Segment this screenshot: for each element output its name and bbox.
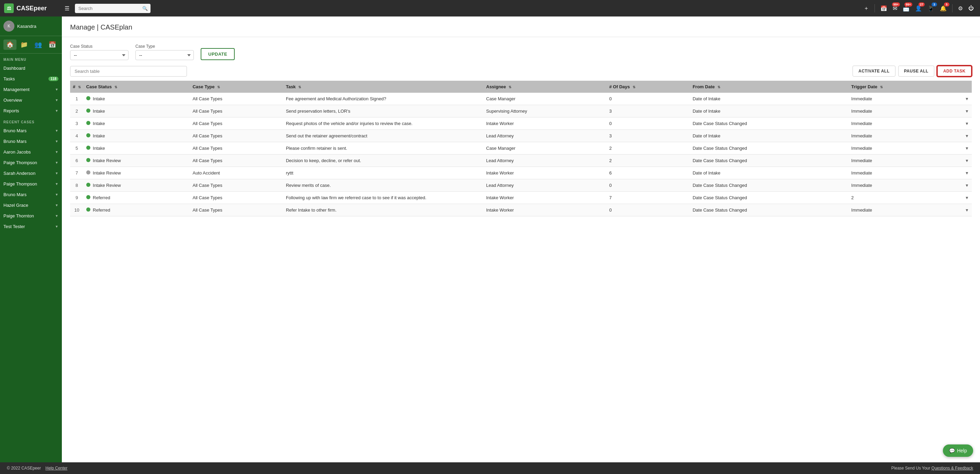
recent-case-label: Aaron Jacobs <box>3 150 31 154</box>
table-row: 4 Intake All Case Types Send out the ret… <box>70 130 972 142</box>
update-button[interactable]: UPDATE <box>200 48 235 60</box>
cell-trigger-date: Immediate <box>848 179 946 192</box>
row-expand-btn[interactable]: ▼ <box>946 105 972 118</box>
recent-case-label: Paige Thompson <box>3 181 37 186</box>
table-row: 5 Intake All Case Types Please confirm r… <box>70 142 972 154</box>
sidebar-item-management[interactable]: Management ▼ <box>0 84 62 95</box>
global-search-input[interactable] <box>75 4 151 13</box>
cell-num: 9 <box>70 192 83 204</box>
sidebar-recent-aaron-jacobs[interactable]: Aaron Jacobs ▼ <box>0 147 62 157</box>
sidebar-home-icon[interactable]: 🏠 <box>3 40 16 50</box>
cell-case-type: All Case Types <box>190 130 283 142</box>
row-expand-btn[interactable]: ▼ <box>946 142 972 154</box>
cell-task: Following up with law firm we referred c… <box>283 192 484 204</box>
sidebar-folder-icon[interactable]: 📁 <box>18 40 30 50</box>
sidebar-item-overview[interactable]: Overview ▼ <box>0 95 62 105</box>
row-expand-btn[interactable]: ▼ <box>946 204 972 216</box>
recent-case-label: Test Tester <box>3 224 25 229</box>
cell-case-status: Referred <box>83 204 190 216</box>
row-expand-btn[interactable]: ▼ <box>946 167 972 179</box>
row-expand-btn[interactable]: ▼ <box>946 130 972 142</box>
cell-num: 3 <box>70 118 83 130</box>
add-task-button[interactable]: ADD TASK <box>937 65 972 76</box>
logout-icon-btn[interactable]: ⏻ <box>966 4 976 13</box>
sidebar-recent-sarah-anderson[interactable]: Sarah Anderson ▼ <box>0 168 62 179</box>
row-expand-btn[interactable]: ▼ <box>946 192 972 204</box>
status-dot <box>86 108 91 113</box>
cell-trigger-date: Immediate <box>848 167 946 179</box>
col-trigger-date[interactable]: Trigger Date ⇅ <box>848 81 946 93</box>
sidebar-people-icon[interactable]: 👥 <box>32 40 45 50</box>
cell-assignee: Lead Attorney <box>484 179 606 192</box>
hamburger-menu[interactable]: ☰ <box>63 4 71 13</box>
status-dot <box>86 183 91 187</box>
cell-days: 6 <box>606 167 690 179</box>
cell-trigger-date: Immediate <box>848 154 946 167</box>
sidebar-recent-paige-thornton[interactable]: Paige Thornton ▼ <box>0 210 62 221</box>
feedback-link[interactable]: Questions & Feedback <box>932 466 973 471</box>
sidebar-recent-paige-thompson-2[interactable]: Paige Thompson ▼ <box>0 179 62 189</box>
col-num[interactable]: # ⇅ <box>70 81 83 93</box>
footer-copyright: © 2022 CASEpeer Help Center <box>7 466 67 471</box>
mail2-icon-btn[interactable]: 📩 99+ <box>900 4 912 13</box>
cell-days: 0 <box>606 118 690 130</box>
recent-case-chevron: ▼ <box>55 214 59 218</box>
settings-icon-btn[interactable]: ⚙ <box>956 4 965 13</box>
page-title: Manage | CASEplan <box>70 23 972 31</box>
sidebar-recent-hazel-grace[interactable]: Hazel Grace ▼ <box>0 200 62 210</box>
notification3-icon-btn[interactable]: 🔔 5 <box>938 4 949 13</box>
help-button[interactable]: 💬 Help <box>943 444 973 457</box>
activate-all-button[interactable]: ACTIVATE ALL <box>853 65 895 76</box>
cell-num: 1 <box>70 93 83 105</box>
row-expand-btn[interactable]: ▼ <box>946 93 972 105</box>
cell-from-date: Date Case Status Changed <box>690 179 849 192</box>
col-task[interactable]: Task ⇅ <box>283 81 484 93</box>
tasks-badge: 118 <box>48 76 59 81</box>
row-expand-btn[interactable]: ▼ <box>946 154 972 167</box>
notification2-icon-btn[interactable]: 📱 3 <box>925 4 936 13</box>
recent-case-chevron: ▼ <box>55 172 59 175</box>
col-days[interactable]: # Of Days ⇅ <box>606 81 690 93</box>
nav-divider-1 <box>875 4 875 13</box>
sidebar-item-dashboard[interactable]: Dashboard <box>0 63 62 73</box>
add-button[interactable]: ＋ <box>861 3 871 13</box>
search-table-input[interactable] <box>70 66 187 76</box>
status-dot <box>86 195 91 199</box>
cell-days: 2 <box>606 142 690 154</box>
cell-num: 6 <box>70 154 83 167</box>
logo-text: CASEpeer <box>16 5 47 12</box>
sidebar-recent-bruno-mars-2[interactable]: Bruno Mars ▼ <box>0 136 62 147</box>
cell-case-status: Intake Review <box>83 154 190 167</box>
table-header-row: # ⇅ Case Status ⇅ Case Type ⇅ Task ⇅ Ass… <box>70 81 972 93</box>
cell-task: Review merits of case. <box>283 179 484 192</box>
cell-case-status: Intake <box>83 118 190 130</box>
notification1-icon-btn[interactable]: 👤 27 <box>913 4 924 13</box>
mail1-icon-btn[interactable]: ✉ 99+ <box>891 4 899 13</box>
col-case-type[interactable]: Case Type ⇅ <box>190 81 283 93</box>
sidebar-item-reports[interactable]: Reports ▼ <box>0 105 62 116</box>
cell-num: 10 <box>70 204 83 216</box>
case-status-select[interactable]: -- <box>70 50 129 60</box>
help-center-link[interactable]: Help Center <box>45 466 67 471</box>
sidebar-recent-bruno-mars-1[interactable]: Bruno Mars ▼ <box>0 126 62 136</box>
recent-case-chevron: ▼ <box>55 182 59 186</box>
sidebar-item-tasks[interactable]: Tasks 118 <box>0 73 62 84</box>
case-type-select[interactable]: -- <box>135 50 194 60</box>
calendar-icon-btn[interactable]: 📅 <box>878 4 889 13</box>
case-status-filter: Case Status -- <box>70 44 129 60</box>
cell-task: Refer Intake to other firm. <box>283 204 484 216</box>
sidebar-calendar-icon[interactable]: 📅 <box>46 40 59 50</box>
row-expand-btn[interactable]: ▼ <box>946 179 972 192</box>
sidebar-recent-paige-thompson-1[interactable]: Paige Thompson ▼ <box>0 157 62 168</box>
sidebar-item-management-label: Management <box>3 87 30 92</box>
col-case-status[interactable]: Case Status ⇅ <box>83 81 190 93</box>
cell-case-status: Intake Review <box>83 167 190 179</box>
row-expand-btn[interactable]: ▼ <box>946 118 972 130</box>
col-assignee[interactable]: Assignee ⇅ <box>484 81 606 93</box>
col-from-date[interactable]: From Date ⇅ <box>690 81 849 93</box>
pause-all-button[interactable]: PAUSE ALL <box>898 65 934 76</box>
sidebar-recent-bruno-mars-3[interactable]: Bruno Mars ▼ <box>0 189 62 200</box>
sidebar-recent-test-tester[interactable]: Test Tester ▼ <box>0 221 62 232</box>
cell-from-date: Date of Intake <box>690 130 849 142</box>
cell-case-status: Intake <box>83 130 190 142</box>
